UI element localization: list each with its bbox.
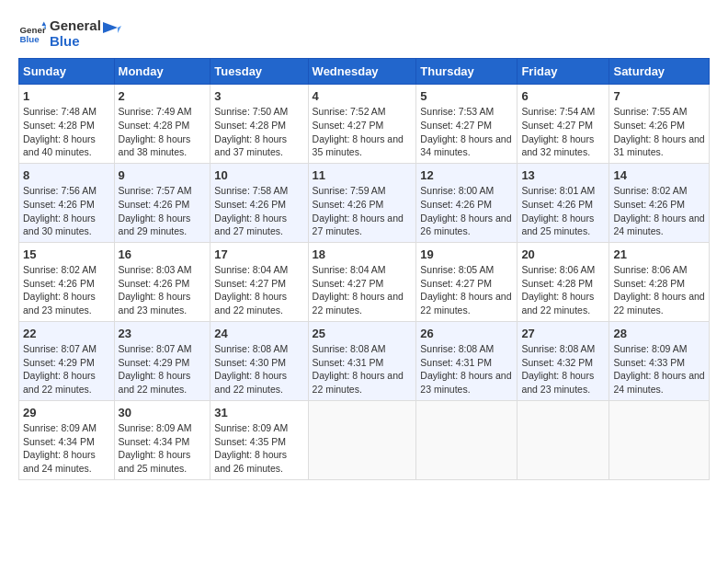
day-info: Sunrise: 8:08 AMSunset: 4:32 PMDaylight:… xyxy=(521,342,605,396)
logo-icon: General Blue xyxy=(18,20,46,48)
day-info: Sunrise: 8:06 AMSunset: 4:28 PMDaylight:… xyxy=(613,263,705,317)
calendar-cell: 19Sunrise: 8:05 AMSunset: 4:27 PMDayligh… xyxy=(416,242,518,321)
header-tuesday: Tuesday xyxy=(210,59,308,85)
calendar-cell: 15Sunrise: 8:02 AMSunset: 4:26 PMDayligh… xyxy=(19,242,115,321)
day-number: 18 xyxy=(313,247,413,263)
day-info: Sunrise: 8:05 AMSunset: 4:27 PMDaylight:… xyxy=(420,263,513,317)
day-number: 6 xyxy=(521,88,605,105)
calendar-cell: 2Sunrise: 7:49 AMSunset: 4:28 PMDaylight… xyxy=(114,85,210,164)
day-info: Sunrise: 8:09 AMSunset: 4:34 PMDaylight:… xyxy=(119,421,207,476)
day-number: 25 xyxy=(313,326,413,342)
day-info: Sunrise: 8:06 AMSunset: 4:28 PMDaylight:… xyxy=(521,263,605,317)
calendar-cell: 27Sunrise: 8:08 AMSunset: 4:32 PMDayligh… xyxy=(518,321,609,400)
calendar-cell xyxy=(609,400,710,479)
day-number: 3 xyxy=(214,88,303,105)
day-info: Sunrise: 7:58 AMSunset: 4:26 PMDaylight:… xyxy=(214,184,303,238)
day-number: 15 xyxy=(23,247,110,263)
day-info: Sunrise: 8:08 AMSunset: 4:31 PMDaylight:… xyxy=(420,342,513,396)
header-saturday: Saturday xyxy=(609,59,710,85)
day-number: 28 xyxy=(613,326,705,342)
calendar-cell: 20Sunrise: 8:06 AMSunset: 4:28 PMDayligh… xyxy=(518,242,609,321)
day-info: Sunrise: 7:49 AMSunset: 4:28 PMDaylight:… xyxy=(119,105,207,159)
svg-marker-4 xyxy=(103,22,118,33)
day-number: 8 xyxy=(23,167,110,184)
calendar-cell: 11Sunrise: 7:59 AMSunset: 4:26 PMDayligh… xyxy=(308,163,416,242)
calendar-cell: 8Sunrise: 7:56 AMSunset: 4:26 PMDaylight… xyxy=(19,163,115,242)
calendar-cell xyxy=(308,400,416,479)
day-info: Sunrise: 7:53 AMSunset: 4:27 PMDaylight:… xyxy=(420,105,513,159)
day-number: 30 xyxy=(119,405,207,421)
day-number: 27 xyxy=(521,326,605,342)
day-number: 19 xyxy=(420,247,513,263)
calendar-cell: 6Sunrise: 7:54 AMSunset: 4:27 PMDaylight… xyxy=(518,85,609,164)
logo-flag-icon xyxy=(101,20,121,40)
day-number: 29 xyxy=(23,405,110,421)
calendar-cell: 14Sunrise: 8:02 AMSunset: 4:26 PMDayligh… xyxy=(609,163,710,242)
calendar-cell: 4Sunrise: 7:52 AMSunset: 4:27 PMDaylight… xyxy=(308,85,416,164)
calendar-cell: 3Sunrise: 7:50 AMSunset: 4:28 PMDaylight… xyxy=(210,85,308,164)
calendar-cell: 13Sunrise: 8:01 AMSunset: 4:26 PMDayligh… xyxy=(518,163,609,242)
day-number: 12 xyxy=(420,167,513,184)
day-number: 16 xyxy=(119,247,207,263)
page-header: General Blue General Blue xyxy=(18,18,710,49)
calendar-cell: 10Sunrise: 7:58 AMSunset: 4:26 PMDayligh… xyxy=(210,163,308,242)
day-number: 26 xyxy=(420,326,513,342)
week-row-5: 29Sunrise: 8:09 AMSunset: 4:34 PMDayligh… xyxy=(19,400,710,479)
week-row-4: 22Sunrise: 8:07 AMSunset: 4:29 PMDayligh… xyxy=(19,321,710,400)
day-info: Sunrise: 8:04 AMSunset: 4:27 PMDaylight:… xyxy=(214,263,303,317)
day-info: Sunrise: 7:52 AMSunset: 4:27 PMDaylight:… xyxy=(313,105,413,159)
day-info: Sunrise: 8:02 AMSunset: 4:26 PMDaylight:… xyxy=(613,184,705,238)
day-info: Sunrise: 7:57 AMSunset: 4:26 PMDaylight:… xyxy=(119,184,207,238)
calendar-cell xyxy=(518,400,609,479)
header-monday: Monday xyxy=(114,59,210,85)
calendar-cell: 18Sunrise: 8:04 AMSunset: 4:27 PMDayligh… xyxy=(308,242,416,321)
header-sunday: Sunday xyxy=(19,59,115,85)
day-number: 21 xyxy=(613,247,705,263)
day-number: 5 xyxy=(420,88,513,105)
day-info: Sunrise: 8:09 AMSunset: 4:33 PMDaylight:… xyxy=(613,342,705,396)
calendar-cell: 21Sunrise: 8:06 AMSunset: 4:28 PMDayligh… xyxy=(609,242,710,321)
calendar-cell: 9Sunrise: 7:57 AMSunset: 4:26 PMDaylight… xyxy=(114,163,210,242)
day-number: 11 xyxy=(313,167,413,184)
day-info: Sunrise: 8:02 AMSunset: 4:26 PMDaylight:… xyxy=(23,263,110,317)
calendar-cell: 25Sunrise: 8:08 AMSunset: 4:31 PMDayligh… xyxy=(308,321,416,400)
svg-text:Blue: Blue xyxy=(20,34,40,44)
calendar-cell: 7Sunrise: 7:55 AMSunset: 4:26 PMDaylight… xyxy=(609,85,710,164)
day-number: 13 xyxy=(521,167,605,184)
calendar-cell: 28Sunrise: 8:09 AMSunset: 4:33 PMDayligh… xyxy=(609,321,710,400)
day-info: Sunrise: 8:04 AMSunset: 4:27 PMDaylight:… xyxy=(313,263,413,317)
logo-general: General xyxy=(50,18,101,34)
day-info: Sunrise: 8:08 AMSunset: 4:31 PMDaylight:… xyxy=(313,342,413,396)
day-info: Sunrise: 7:54 AMSunset: 4:27 PMDaylight:… xyxy=(521,105,605,159)
day-number: 24 xyxy=(214,326,303,342)
day-info: Sunrise: 7:48 AMSunset: 4:28 PMDaylight:… xyxy=(23,105,110,159)
calendar-cell: 16Sunrise: 8:03 AMSunset: 4:26 PMDayligh… xyxy=(114,242,210,321)
day-info: Sunrise: 8:07 AMSunset: 4:29 PMDaylight:… xyxy=(119,342,207,396)
header-friday: Friday xyxy=(518,59,609,85)
day-number: 20 xyxy=(521,247,605,263)
day-number: 17 xyxy=(214,247,303,263)
day-number: 4 xyxy=(313,88,413,105)
calendar-cell: 30Sunrise: 8:09 AMSunset: 4:34 PMDayligh… xyxy=(114,400,210,479)
svg-marker-2 xyxy=(42,21,47,26)
day-number: 22 xyxy=(23,326,110,342)
day-info: Sunrise: 7:59 AMSunset: 4:26 PMDaylight:… xyxy=(313,184,413,238)
day-number: 14 xyxy=(613,167,705,184)
week-row-2: 8Sunrise: 7:56 AMSunset: 4:26 PMDaylight… xyxy=(19,163,710,242)
day-number: 9 xyxy=(119,167,207,184)
day-info: Sunrise: 7:56 AMSunset: 4:26 PMDaylight:… xyxy=(23,184,110,238)
header-thursday: Thursday xyxy=(416,59,518,85)
calendar-cell: 17Sunrise: 8:04 AMSunset: 4:27 PMDayligh… xyxy=(210,242,308,321)
svg-text:General: General xyxy=(20,24,47,34)
day-info: Sunrise: 7:55 AMSunset: 4:26 PMDaylight:… xyxy=(613,105,705,159)
day-info: Sunrise: 8:03 AMSunset: 4:26 PMDaylight:… xyxy=(119,263,207,317)
week-row-3: 15Sunrise: 8:02 AMSunset: 4:26 PMDayligh… xyxy=(19,242,710,321)
logo: General Blue General Blue xyxy=(18,18,121,49)
day-number: 23 xyxy=(119,326,207,342)
day-info: Sunrise: 8:09 AMSunset: 4:34 PMDaylight:… xyxy=(23,421,110,476)
calendar-cell: 1Sunrise: 7:48 AMSunset: 4:28 PMDaylight… xyxy=(19,85,115,164)
calendar-cell: 31Sunrise: 8:09 AMSunset: 4:35 PMDayligh… xyxy=(210,400,308,479)
calendar-cell: 29Sunrise: 8:09 AMSunset: 4:34 PMDayligh… xyxy=(19,400,115,479)
day-info: Sunrise: 8:09 AMSunset: 4:35 PMDaylight:… xyxy=(214,421,303,476)
logo-blue: Blue xyxy=(50,34,101,50)
